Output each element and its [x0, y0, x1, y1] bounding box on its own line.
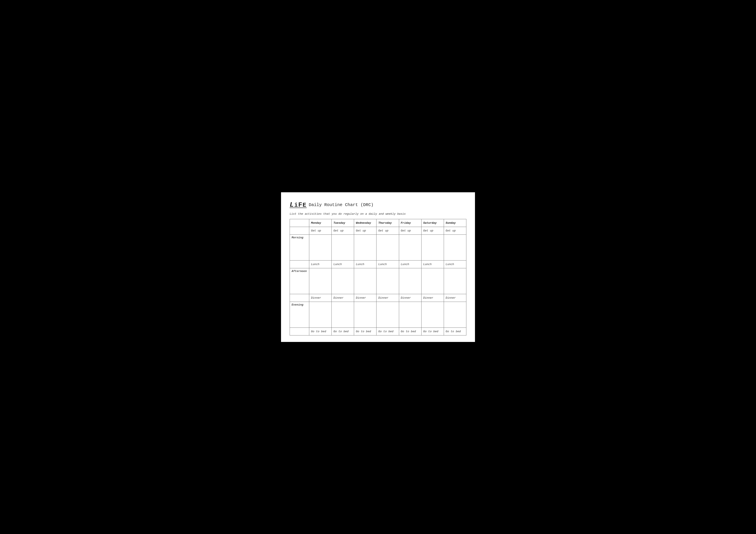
morning-sunday[interactable] [444, 235, 466, 260]
lunch-label-cell [290, 260, 309, 268]
getup-sunday: Get up [444, 227, 466, 235]
dinner-monday: Dinner [309, 294, 332, 302]
getup-saturday: Get up [421, 227, 444, 235]
getup-label-cell [290, 227, 309, 235]
lunch-saturday: Lunch [421, 260, 444, 268]
afternoon-sunday[interactable] [444, 268, 466, 294]
afternoon-saturday[interactable] [421, 268, 444, 294]
getup-thursday: Get up [376, 227, 399, 235]
header-thursday: Thursday [376, 219, 399, 227]
lunch-monday: Lunch [309, 260, 332, 268]
header-friday: Friday [399, 219, 421, 227]
dinner-friday: Dinner [399, 294, 421, 302]
morning-label: Morning [290, 235, 309, 260]
evening-saturday[interactable] [421, 302, 444, 327]
morning-row: Morning [290, 235, 466, 260]
get-up-row: Get up Get up Get up Get up Get up Get u… [290, 227, 466, 235]
evening-thursday[interactable] [376, 302, 399, 327]
header: LiFE Daily Routine Chart (DRC) [290, 201, 466, 209]
gotobed-friday: Go to bed [399, 327, 421, 335]
logo: LiFE [290, 201, 307, 209]
header-wednesday: Wednesday [354, 219, 376, 227]
header-tuesday: Tuesday [332, 219, 354, 227]
afternoon-monday[interactable] [309, 268, 332, 294]
getup-friday: Get up [399, 227, 421, 235]
evening-friday[interactable] [399, 302, 421, 327]
routine-table: Monday Tuesday Wednesday Thursday Friday… [290, 219, 466, 336]
lunch-thursday: Lunch [376, 260, 399, 268]
header-label-cell [290, 219, 309, 227]
afternoon-friday[interactable] [399, 268, 421, 294]
lunch-wednesday: Lunch [354, 260, 376, 268]
dinner-wednesday: Dinner [354, 294, 376, 302]
gotobed-monday: Go to bed [309, 327, 332, 335]
dinner-thursday: Dinner [376, 294, 399, 302]
evening-label: Evening [290, 302, 309, 327]
evening-row: Evening [290, 302, 466, 327]
getup-wednesday: Get up [354, 227, 376, 235]
getup-monday: Get up [309, 227, 332, 235]
header-saturday: Saturday [421, 219, 444, 227]
dinner-label-cell [290, 294, 309, 302]
evening-monday[interactable] [309, 302, 332, 327]
dinner-saturday: Dinner [421, 294, 444, 302]
gotobed-wednesday: Go to bed [354, 327, 376, 335]
morning-wednesday[interactable] [354, 235, 376, 260]
gotobed-row: Go to bed Go to bed Go to bed Go to bed … [290, 327, 466, 335]
gotobed-tuesday: Go to bed [332, 327, 354, 335]
gotobed-sunday: Go to bed [444, 327, 466, 335]
morning-friday[interactable] [399, 235, 421, 260]
afternoon-thursday[interactable] [376, 268, 399, 294]
table-header-row: Monday Tuesday Wednesday Thursday Friday… [290, 219, 466, 227]
evening-tuesday[interactable] [332, 302, 354, 327]
morning-saturday[interactable] [421, 235, 444, 260]
lunch-row: Lunch Lunch Lunch Lunch Lunch Lunch Lunc… [290, 260, 466, 268]
header-monday: Monday [309, 219, 332, 227]
getup-tuesday: Get up [332, 227, 354, 235]
morning-tuesday[interactable] [332, 235, 354, 260]
evening-wednesday[interactable] [354, 302, 376, 327]
dinner-row: Dinner Dinner Dinner Dinner Dinner Dinne… [290, 294, 466, 302]
gotobed-saturday: Go to bed [421, 327, 444, 335]
page-container: LiFE Daily Routine Chart (DRC) List the … [281, 192, 475, 342]
afternoon-wednesday[interactable] [354, 268, 376, 294]
morning-monday[interactable] [309, 235, 332, 260]
evening-sunday[interactable] [444, 302, 466, 327]
lunch-friday: Lunch [399, 260, 421, 268]
subtitle: List the activities that you do regularl… [290, 212, 466, 216]
gotobed-thursday: Go to bed [376, 327, 399, 335]
lunch-tuesday: Lunch [332, 260, 354, 268]
page-title: Daily Routine Chart (DRC) [309, 202, 373, 207]
dinner-sunday: Dinner [444, 294, 466, 302]
lunch-sunday: Lunch [444, 260, 466, 268]
dinner-tuesday: Dinner [332, 294, 354, 302]
gotobed-label-cell [290, 327, 309, 335]
afternoon-row: Afternoon [290, 268, 466, 294]
header-sunday: Sunday [444, 219, 466, 227]
afternoon-label: Afternoon [290, 268, 309, 294]
afternoon-tuesday[interactable] [332, 268, 354, 294]
morning-thursday[interactable] [376, 235, 399, 260]
